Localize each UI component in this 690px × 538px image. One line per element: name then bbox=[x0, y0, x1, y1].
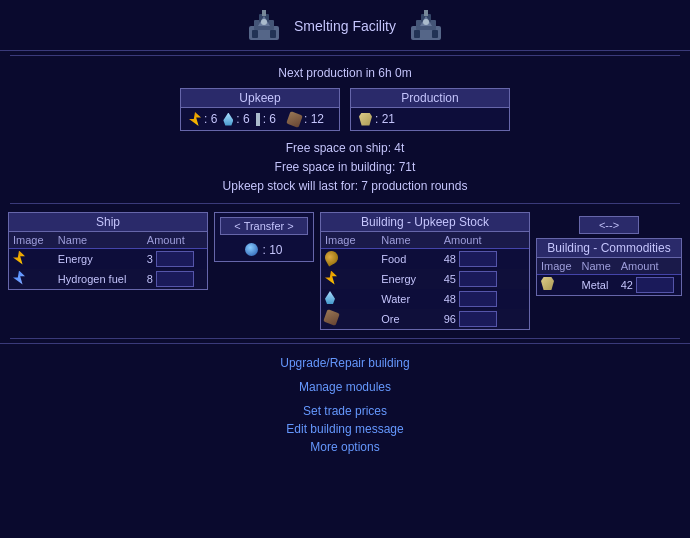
ship-hydrogen-input[interactable] bbox=[156, 271, 194, 287]
transfer-value: : 10 bbox=[262, 243, 282, 257]
us-row1-amount: 48 bbox=[440, 248, 529, 269]
us-energy-input[interactable] bbox=[459, 271, 497, 287]
ship-row2-name: Hydrogen fuel bbox=[54, 269, 143, 289]
free-space-ship: Free space on ship: 4t bbox=[0, 139, 690, 158]
header: Smelting Facility bbox=[0, 0, 690, 51]
energy-icon-ship bbox=[13, 251, 25, 265]
circle-blue-icon bbox=[245, 243, 258, 256]
com-col-image: Image bbox=[537, 258, 577, 275]
footer-divider bbox=[10, 338, 680, 339]
upkeep-box: Upkeep : 6 : 6 : 6 : 12 bbox=[180, 88, 340, 131]
footer-section: Upgrade/Repair building Manage modules S… bbox=[0, 343, 690, 466]
ship-col-name: Name bbox=[54, 232, 143, 249]
us-col-image: Image bbox=[321, 232, 377, 249]
upkeep-bar-val: : 6 bbox=[263, 112, 276, 126]
metal-icon-prod bbox=[359, 113, 372, 126]
com-row1-icon bbox=[537, 274, 577, 295]
ore-icon-us bbox=[323, 309, 340, 326]
us-col-name: Name bbox=[377, 232, 439, 249]
food-icon bbox=[323, 249, 341, 267]
svg-point-7 bbox=[261, 19, 267, 25]
water-icon bbox=[325, 291, 335, 304]
table-row: Hydrogen fuel 8 bbox=[9, 269, 207, 289]
edit-message-link[interactable]: Edit building message bbox=[0, 420, 690, 438]
production-content: : 21 bbox=[351, 108, 509, 130]
us-row3-name: Water bbox=[377, 289, 439, 309]
us-row1-name: Food bbox=[377, 248, 439, 269]
ship-energy-input[interactable] bbox=[156, 251, 194, 267]
production-title: Production bbox=[351, 89, 509, 108]
ship-row1-icon bbox=[9, 248, 54, 269]
ship-col-image: Image bbox=[9, 232, 54, 249]
ship-panel-title: Ship bbox=[9, 213, 207, 232]
transfer-button[interactable]: < Transfer > bbox=[220, 217, 308, 235]
us-row4-name: Ore bbox=[377, 309, 439, 329]
svg-rect-3 bbox=[252, 30, 258, 38]
com-metal-input[interactable] bbox=[636, 277, 674, 293]
commodities-title: Building - Commodities bbox=[537, 239, 681, 258]
com-row1-amount: 42 bbox=[617, 274, 681, 295]
set-trade-link[interactable]: Set trade prices bbox=[0, 402, 690, 420]
table-row: Water 48 bbox=[321, 289, 529, 309]
facility-title: Smelting Facility bbox=[294, 18, 396, 34]
svg-point-15 bbox=[423, 19, 429, 25]
com-row1-name: Metal bbox=[577, 274, 616, 295]
table-row: Energy 3 bbox=[9, 248, 207, 269]
us-ore-input[interactable] bbox=[459, 311, 497, 327]
panels-divider bbox=[10, 203, 680, 204]
com-col-amount: Amount bbox=[617, 258, 681, 275]
upgrade-repair-link[interactable]: Upgrade/Repair building bbox=[0, 354, 690, 372]
upkeep-stock-panel: Building - Upkeep Stock Image Name Amoun… bbox=[320, 212, 530, 330]
transfer-panel: < Transfer > : 10 bbox=[214, 212, 314, 262]
upkeep-title: Upkeep bbox=[181, 89, 339, 108]
arrow-button[interactable]: <--> bbox=[579, 216, 639, 234]
svg-rect-6 bbox=[262, 10, 266, 16]
us-row2-icon bbox=[321, 269, 377, 289]
us-row2-name: Energy bbox=[377, 269, 439, 289]
panels-row: Ship Image Name Amount Energy 3 Hydrogen… bbox=[0, 208, 690, 334]
svg-rect-11 bbox=[414, 30, 420, 38]
us-row3-icon bbox=[321, 289, 377, 309]
us-row3-amount: 48 bbox=[440, 289, 529, 309]
table-row: Metal 42 bbox=[537, 274, 681, 295]
us-row1-icon bbox=[321, 248, 377, 269]
commodities-wrapper: <--> Building - Commodities Image Name A… bbox=[536, 212, 682, 296]
svg-rect-4 bbox=[270, 30, 276, 38]
metal-icon-com bbox=[541, 277, 554, 290]
upkeep-stock-title: Building - Upkeep Stock bbox=[321, 213, 529, 232]
upkeep-bar: : 6 bbox=[256, 112, 276, 126]
upkeep-production-row: Upkeep : 6 : 6 : 6 : 12 Production bbox=[0, 84, 690, 135]
bar-icon bbox=[256, 113, 260, 126]
ship-col-amount: Amount bbox=[143, 232, 207, 249]
ship-row2-amount: 8 bbox=[143, 269, 207, 289]
production-metal: : 21 bbox=[359, 112, 395, 126]
drop-icon bbox=[223, 113, 233, 126]
production-timer: Next production in 6h 0m bbox=[0, 60, 690, 84]
ship-panel: Ship Image Name Amount Energy 3 Hydrogen… bbox=[8, 212, 208, 290]
upkeep-rounds: Upkeep stock will last for: 7 production… bbox=[0, 177, 690, 196]
header-divider bbox=[10, 55, 680, 56]
us-row4-icon bbox=[321, 309, 377, 329]
more-options-link[interactable]: More options bbox=[0, 438, 690, 456]
ship-row1-name: Energy bbox=[54, 248, 143, 269]
upkeep-drop: : 6 bbox=[223, 112, 249, 126]
us-col-amount: Amount bbox=[440, 232, 529, 249]
hydrogen-icon-ship bbox=[13, 271, 25, 285]
manage-modules-link[interactable]: Manage modules bbox=[0, 378, 690, 396]
table-row: Ore 96 bbox=[321, 309, 529, 329]
svg-rect-14 bbox=[424, 10, 428, 16]
us-water-input[interactable] bbox=[459, 291, 497, 307]
ship-row1-amount: 3 bbox=[143, 248, 207, 269]
upkeep-energy1: : 6 bbox=[189, 112, 217, 126]
free-space-info: Free space on ship: 4t Free space in bui… bbox=[0, 135, 690, 199]
us-food-input[interactable] bbox=[459, 251, 497, 267]
energy-icon bbox=[189, 112, 201, 126]
production-metal-val: : 21 bbox=[375, 112, 395, 126]
commodities-panel: Building - Commodities Image Name Amount… bbox=[536, 238, 682, 296]
com-col-name: Name bbox=[577, 258, 616, 275]
energy-icon-us bbox=[325, 271, 337, 285]
commodities-table: Image Name Amount Metal 42 bbox=[537, 258, 681, 295]
ore-icon-upkeep bbox=[286, 111, 303, 128]
upkeep-energy1-val: : 6 bbox=[204, 112, 217, 126]
table-row: Energy 45 bbox=[321, 269, 529, 289]
